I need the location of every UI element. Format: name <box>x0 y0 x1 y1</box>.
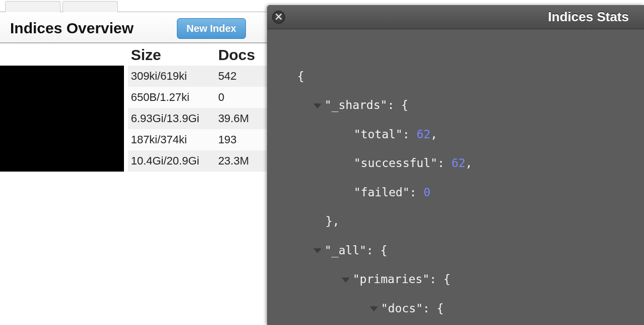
page-title: Indices Overview <box>10 20 134 37</box>
chevron-down-icon[interactable] <box>370 306 378 311</box>
new-index-button[interactable]: New Index <box>177 18 246 39</box>
modal-title: Indices Stats <box>548 9 629 25</box>
close-button[interactable] <box>272 11 285 24</box>
stats-modal: Indices Stats { "_shards": { "total": 62… <box>267 5 644 325</box>
overview-header: Indices Overview New Index <box>0 12 267 43</box>
cell-docs: 23.3M <box>215 150 267 172</box>
modal-titlebar: Indices Stats <box>267 5 644 29</box>
json-viewer[interactable]: { "_shards": { "total": 62, "successful"… <box>267 29 644 325</box>
cell-docs: 542 <box>215 66 267 87</box>
tab[interactable] <box>62 1 118 12</box>
indices-table: Size Docs 309ki/619ki 542 650B/1.27ki 0 … <box>0 43 267 172</box>
cell-docs: 0 <box>215 87 267 108</box>
chevron-down-icon[interactable] <box>313 248 321 253</box>
col-size: Size <box>128 43 215 66</box>
close-icon <box>276 13 282 22</box>
col-docs: Docs <box>215 43 267 66</box>
cell-size: 309ki/619ki <box>128 66 215 87</box>
col-name <box>0 43 128 66</box>
cell-size: 650B/1.27ki <box>128 87 215 108</box>
cell-size: 10.4Gi/20.9Gi <box>128 150 215 172</box>
cell-docs: 193 <box>215 129 267 150</box>
tab[interactable] <box>5 1 60 12</box>
left-pane: Indices Overview New Index Size Docs 309… <box>0 0 267 172</box>
redacted-names <box>0 66 124 172</box>
chevron-down-icon[interactable] <box>313 103 321 109</box>
table-row[interactable]: 309ki/619ki 542 <box>0 66 267 87</box>
tab-strip <box>0 0 267 12</box>
cell-docs: 39.6M <box>215 108 267 129</box>
cell-size: 187ki/374ki <box>128 129 215 150</box>
cell-size: 6.93Gi/13.9Gi <box>128 108 215 129</box>
chevron-down-icon[interactable] <box>342 278 350 283</box>
